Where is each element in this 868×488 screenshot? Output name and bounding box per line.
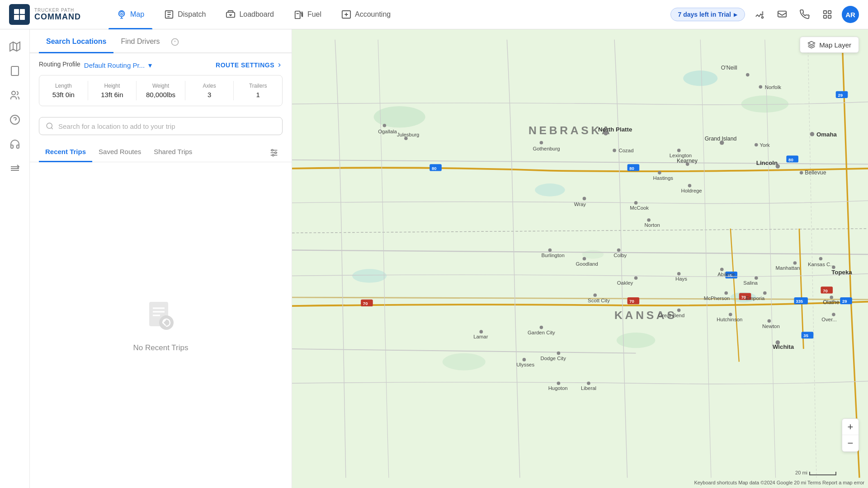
zoom-controls: + − <box>842 418 859 452</box>
svg-text:Topeka: Topeka <box>831 269 852 276</box>
tab-find-drivers[interactable]: Find Drivers <box>113 29 167 53</box>
svg-text:Kearney: Kearney <box>677 158 698 164</box>
top-nav: TRUCKER PATH COMMAND Map Dispatch <box>0 0 868 29</box>
tab-recent-trips[interactable]: Recent Trips <box>39 143 92 162</box>
routing-dropdown-icon[interactable]: ▾ <box>148 61 152 70</box>
grid-icon-btn[interactable] <box>819 6 835 23</box>
zoom-in-button[interactable]: + <box>842 419 859 435</box>
sidebar-users-icon[interactable] <box>5 85 25 105</box>
svg-point-168 <box>746 73 750 77</box>
tab-shared-trips[interactable]: Shared Trips <box>147 143 198 162</box>
svg-point-122 <box>617 249 621 252</box>
svg-point-132 <box>793 261 797 265</box>
svg-text:Lincoln: Lincoln <box>756 160 778 166</box>
zoom-out-button[interactable]: − <box>842 435 859 451</box>
logo[interactable]: TRUCKER PATH COMMAND <box>9 4 90 25</box>
add-trip-icon-btn[interactable] <box>751 6 768 23</box>
tab-info-icon[interactable] <box>167 29 179 52</box>
svg-point-36 <box>272 154 274 156</box>
nav-loadboard[interactable]: Loadboard <box>217 6 282 23</box>
svg-point-162 <box>830 296 833 299</box>
nav-dispatch[interactable]: Dispatch <box>156 6 214 23</box>
svg-marker-15 <box>10 42 20 51</box>
sidebar-map-icon[interactable] <box>5 37 25 56</box>
spec-height: Height 13ft 6in <box>88 81 137 100</box>
nav-loadboard-label: Loadboard <box>239 10 274 19</box>
nav-accounting[interactable]: Accounting <box>333 6 399 23</box>
svg-point-44 <box>683 70 717 86</box>
svg-point-43 <box>374 106 425 128</box>
svg-text:70: 70 <box>363 301 368 306</box>
avatar[interactable]: AR <box>842 6 859 23</box>
tab-search-locations[interactable]: Search Locations <box>39 29 113 53</box>
svg-point-5 <box>121 13 123 14</box>
vehicle-specs: Length 53ft 0in Height 13ft 6in Weight 8… <box>39 75 283 106</box>
svg-text:80: 80 <box>629 166 634 171</box>
svg-point-34 <box>272 149 274 151</box>
svg-text:Olathe: Olathe <box>823 299 840 305</box>
svg-text:Wray: Wray <box>574 202 586 207</box>
phone-icon-btn[interactable] <box>797 6 813 23</box>
svg-text:Lamar: Lamar <box>473 334 488 339</box>
svg-text:Dodge City: Dodge City <box>541 356 566 361</box>
filter-icon-btn[interactable] <box>265 144 283 161</box>
routing-section: Routing Profile Default Routing Pr... ▾ … <box>30 53 292 112</box>
svg-rect-3 <box>20 15 25 20</box>
svg-point-20 <box>12 91 15 95</box>
svg-text:Scott City: Scott City <box>588 298 610 303</box>
svg-text:York: York <box>760 142 770 148</box>
logo-text: TRUCKER PATH COMMAND <box>34 8 81 22</box>
svg-point-106 <box>688 184 692 188</box>
map-layer-button[interactable]: Map Layer <box>800 37 859 53</box>
panel: Search Locations Find Drivers Routing Pr… <box>30 29 292 488</box>
svg-text:Kansas C...: Kansas C... <box>808 262 835 267</box>
svg-point-94 <box>613 149 616 152</box>
svg-point-96 <box>677 149 681 152</box>
svg-point-41 <box>159 315 174 330</box>
svg-point-154 <box>480 330 483 333</box>
svg-point-84 <box>810 132 815 136</box>
messages-icon-btn[interactable] <box>774 6 790 23</box>
svg-text:Emporia: Emporia <box>745 296 765 301</box>
svg-text:Manhattan: Manhattan <box>776 265 800 271</box>
svg-point-126 <box>677 272 681 276</box>
svg-point-128 <box>720 267 724 271</box>
svg-point-92 <box>540 141 543 145</box>
svg-point-29 <box>47 123 52 128</box>
svg-text:80: 80 <box>432 166 437 171</box>
svg-rect-1 <box>20 9 25 14</box>
search-icon <box>46 122 54 130</box>
svg-point-146 <box>768 319 771 323</box>
svg-rect-11 <box>824 11 826 14</box>
sidebar-tablet-icon[interactable] <box>5 61 25 81</box>
svg-point-100 <box>755 143 758 147</box>
sidebar-help-icon[interactable] <box>5 110 25 130</box>
location-search-box[interactable]: Search for a location to add to your tri… <box>39 117 283 135</box>
map-background[interactable]: 80 80 80 70 70 70 70 29 29 <box>292 29 868 488</box>
sidebar-headset-icon[interactable] <box>5 134 25 154</box>
svg-point-110 <box>383 124 387 127</box>
svg-rect-12 <box>828 11 831 14</box>
tab-saved-routes[interactable]: Saved Routes <box>92 143 147 162</box>
nav-map[interactable]: Map <box>108 6 152 23</box>
nav-items: Map Dispatch Loadboard <box>108 6 670 23</box>
spec-length: Length 53ft 0in <box>39 81 88 100</box>
svg-text:335: 335 <box>796 299 803 304</box>
route-settings-link[interactable]: ROUTE SETTINGS <box>216 61 283 69</box>
svg-point-164 <box>832 313 835 316</box>
svg-point-104 <box>658 171 661 175</box>
empty-trips-icon <box>143 298 179 336</box>
nav-fuel[interactable]: Fuel <box>286 6 330 23</box>
trial-badge[interactable]: 7 days left in Trial ▶ <box>670 8 745 21</box>
svg-text:Burlington: Burlington <box>541 253 564 258</box>
sidebar-expand-icon[interactable] <box>5 159 25 178</box>
svg-point-50 <box>352 269 387 282</box>
routing-profile-name[interactable]: Default Routing Pr... <box>84 61 145 69</box>
svg-text:29: 29 <box>838 93 843 98</box>
svg-text:Hutchinson: Hutchinson <box>717 317 742 322</box>
svg-point-35 <box>275 152 277 154</box>
svg-point-138 <box>724 291 728 295</box>
spec-axles: Axles 3 <box>185 81 234 100</box>
svg-text:Cozad: Cozad <box>619 148 634 153</box>
map-attribution: Keyboard shortcuts Map data ©2024 Google… <box>694 480 864 485</box>
